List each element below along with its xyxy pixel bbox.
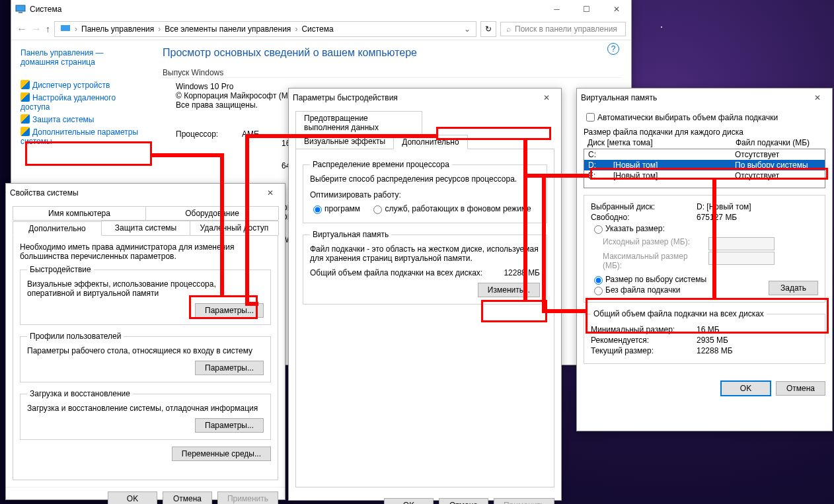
- close-button[interactable]: ✕: [531, 89, 561, 107]
- breadcrumb[interactable]: Все элементы панели управления: [165, 24, 291, 34]
- opt-services-radio[interactable]: служб, работающих в фоновом режиме: [370, 203, 531, 214]
- chevron-down-icon[interactable]: ⌄: [464, 24, 471, 34]
- address-bar[interactable]: › Панель управления › Все элементы панел…: [54, 21, 476, 37]
- system-properties-dialog: Свойства системы ✕ Имя компьютера Оборуд…: [5, 183, 285, 500]
- scheduler-legend: Распределение времени процессора: [310, 160, 452, 169]
- drive-list[interactable]: C:ОтсутствуетD:[Новый том]По выбору сист…: [584, 149, 825, 188]
- vmem-legend: Виртуальная память: [310, 230, 391, 239]
- totals-legend: Общий объем файла подкачки на всех диска…: [591, 309, 767, 318]
- performance-settings-button[interactable]: Параметры...: [195, 303, 264, 318]
- totals-group: Общий объем файла подкачки на всех диска…: [584, 309, 825, 364]
- cancel-button[interactable]: Отмена: [776, 381, 825, 396]
- no-pagefile-radio[interactable]: Без файла подкачки: [591, 285, 761, 295]
- refresh-button[interactable]: ↻: [480, 21, 496, 37]
- optimize-label: Оптимизировать работу:: [310, 190, 540, 199]
- performance-desc: Визуальные эффекты, использование процес…: [27, 279, 264, 298]
- col-page: Файл подкачки (МБ): [736, 138, 821, 147]
- close-button[interactable]: ✕: [601, 0, 631, 18]
- selected-drive-value: D: [Новый том]: [697, 202, 818, 211]
- ok-button[interactable]: OK: [108, 491, 157, 504]
- initial-size-input: [708, 237, 775, 250]
- list-caption: Размер файла подкачки для каждого диска: [584, 127, 825, 137]
- tab-visual-effects[interactable]: Визуальные эффекты: [295, 134, 394, 149]
- profiles-desc: Параметры рабочего стола, относящиеся ко…: [27, 346, 264, 355]
- rec-label: Рекомендуется:: [591, 336, 697, 345]
- change-vmem-button[interactable]: Изменить...: [478, 283, 540, 297]
- opt-programs-radio[interactable]: программ: [310, 203, 360, 214]
- tab-remote[interactable]: Удаленный доступ: [190, 221, 279, 235]
- processor-value: AME: [242, 129, 259, 139]
- tab-protection[interactable]: Защита системы: [101, 221, 190, 235]
- processor-label: Процессор:: [163, 129, 242, 139]
- cancel-button[interactable]: Отмена: [439, 498, 488, 504]
- system-managed-radio[interactable]: Размер по выбору системы: [591, 274, 761, 285]
- apply-button[interactable]: Применить: [494, 498, 554, 504]
- page-title: Просмотр основных сведений о вашем компь…: [163, 47, 622, 59]
- drive-row[interactable]: D:[Новый том]По выбору системы: [584, 160, 825, 170]
- profiles-settings-button[interactable]: Параметры...: [195, 361, 264, 375]
- startup-group: Загрузка и восстановление Загрузка и вос…: [20, 389, 271, 440]
- window-title: Система: [30, 5, 542, 14]
- help-icon[interactable]: ?: [607, 43, 619, 55]
- close-button[interactable]: ✕: [802, 89, 832, 107]
- dialog-title: Виртуальная память: [581, 93, 802, 102]
- vmem-total-label: Общий объем файла подкачки на всех диска…: [310, 268, 504, 277]
- col-disk: Диск [метка тома]: [588, 138, 736, 147]
- cur-value: 12288 МБ: [697, 346, 818, 355]
- dialog-title: Свойства системы: [10, 188, 255, 198]
- shield-icon: [20, 127, 30, 136]
- nav-forward-icon[interactable]: →: [31, 23, 42, 35]
- svg-rect-0: [16, 5, 25, 11]
- auto-manage-checkbox[interactable]: Автоматически выбирать объем файла подка…: [584, 111, 778, 124]
- sidebar-item-device-manager[interactable]: Диспетчер устройств: [32, 81, 110, 90]
- performance-legend: Быстродействие: [27, 265, 94, 274]
- tab-advanced[interactable]: Дополнительно: [393, 135, 467, 149]
- search-box[interactable]: ⌕ Поиск в панели управления: [500, 22, 626, 36]
- tab-advanced[interactable]: Дополнительно: [13, 221, 102, 236]
- drive-row[interactable]: C:Отсутствует: [584, 149, 825, 160]
- free-value: 675127 МБ: [697, 213, 818, 222]
- maximize-button[interactable]: ☐: [572, 0, 601, 18]
- virtual-memory-group: Виртуальная память Файл подкачки - это о…: [303, 230, 547, 305]
- nav-up-icon[interactable]: ↑: [46, 24, 50, 34]
- vmem-total-value: 12288 МБ: [504, 268, 540, 277]
- breadcrumb[interactable]: Система: [301, 24, 333, 34]
- performance-group: Быстродействие Визуальные эффекты, испол…: [20, 265, 271, 325]
- env-vars-button[interactable]: Переменные среды...: [172, 447, 271, 461]
- drive-row[interactable]: E:[Новый том]Отсутствует: [584, 170, 825, 181]
- close-button[interactable]: ✕: [255, 184, 285, 202]
- apply-button[interactable]: Применить: [217, 491, 278, 504]
- svg-rect-2: [61, 25, 70, 31]
- virtual-memory-dialog: Виртуальная память ✕ Автоматически выбир…: [576, 88, 833, 431]
- custom-size-radio[interactable]: Указать размер:: [591, 223, 665, 234]
- set-button[interactable]: Задать: [769, 281, 818, 295]
- max-size-label: Максимальный размер (МБ):: [603, 252, 708, 270]
- ok-button[interactable]: OK: [721, 381, 771, 396]
- control-panel-home-link[interactable]: Панель управления —домашняя страница: [20, 48, 104, 67]
- startup-desc: Загрузка и восстановление системы, отлад…: [27, 404, 264, 413]
- performance-options-dialog: Параметры быстродействия ✕ Предотвращени…: [288, 88, 562, 501]
- startup-settings-button[interactable]: Параметры...: [195, 418, 264, 433]
- selected-drive-group: Выбранный диск:D: [Новый том] Свободно:6…: [584, 195, 825, 303]
- shield-icon: [20, 80, 30, 89]
- svg-rect-1: [19, 12, 22, 13]
- intro-text: Необходимо иметь права администратора дл…: [20, 242, 271, 261]
- tab-dep[interactable]: Предотвращение выполнения данных: [295, 111, 422, 134]
- sidebar-item-remote[interactable]: Настройка удаленного доступа: [20, 93, 116, 112]
- profiles-group: Профили пользователей Параметры рабочего…: [20, 332, 271, 382]
- initial-size-label: Исходный размер (МБ):: [603, 237, 708, 250]
- cur-label: Текущий размер:: [591, 346, 697, 355]
- shield-icon: [20, 114, 30, 124]
- sidebar-item-advanced[interactable]: Дополнительные параметры системы: [20, 127, 138, 146]
- min-value: 16 МБ: [697, 325, 818, 334]
- ok-button[interactable]: OK: [384, 498, 434, 504]
- nav-back-icon[interactable]: ←: [17, 23, 27, 35]
- minimize-button[interactable]: ─: [542, 0, 572, 18]
- tab-computer-name[interactable]: Имя компьютера: [13, 206, 146, 220]
- cancel-button[interactable]: Отмена: [163, 491, 212, 504]
- tab-hardware[interactable]: Оборудование: [145, 206, 279, 220]
- monitor-icon: [60, 24, 71, 34]
- breadcrumb[interactable]: Панель управления: [81, 24, 154, 34]
- sidebar-item-protection[interactable]: Защита системы: [32, 115, 94, 124]
- vmem-desc: Файл подкачки - это область на жестком д…: [310, 244, 540, 263]
